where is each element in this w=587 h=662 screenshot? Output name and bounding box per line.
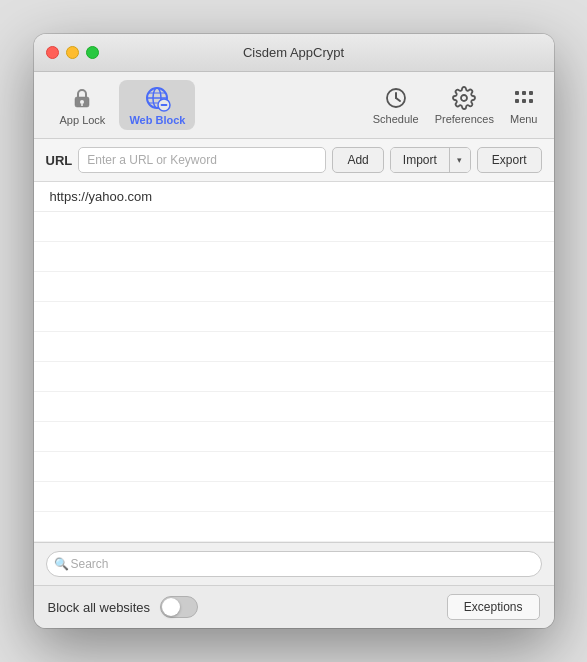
svg-line-12 xyxy=(396,98,400,101)
url-input[interactable] xyxy=(78,147,326,173)
window-title: Cisdem AppCrypt xyxy=(243,45,344,60)
menu-label: Menu xyxy=(510,113,538,125)
chevron-down-icon: ▾ xyxy=(457,155,462,165)
svg-rect-14 xyxy=(522,91,526,95)
search-wrapper: 🔍 xyxy=(46,551,542,577)
svg-rect-17 xyxy=(522,99,526,103)
export-button[interactable]: Export xyxy=(477,147,542,173)
url-label: URL xyxy=(46,153,73,168)
list-item xyxy=(34,362,554,392)
list-item[interactable]: https://yahoo.com xyxy=(34,182,554,212)
list-item xyxy=(34,392,554,422)
url-bar: URL Add Import ▾ Export xyxy=(34,139,554,182)
list-item xyxy=(34,302,554,332)
svg-point-1 xyxy=(80,100,84,104)
toolbar-left: App Lock Web Block xyxy=(50,80,369,130)
svg-rect-16 xyxy=(515,99,519,103)
bottom-bar: 🔍 xyxy=(34,543,554,585)
toggle-knob xyxy=(162,598,180,616)
traffic-lights xyxy=(46,46,99,59)
list-item xyxy=(34,512,554,542)
svg-rect-15 xyxy=(529,91,533,95)
list-item xyxy=(34,332,554,362)
maximize-button[interactable] xyxy=(86,46,99,59)
list-item xyxy=(34,482,554,512)
minimize-button[interactable] xyxy=(66,46,79,59)
app-lock-button[interactable]: App Lock xyxy=(50,80,116,130)
footer: Block all websites Exceptions xyxy=(34,585,554,628)
block-all-toggle[interactable] xyxy=(160,596,198,618)
preferences-icon xyxy=(451,85,477,111)
url-value: https://yahoo.com xyxy=(50,189,153,204)
footer-left: Block all websites xyxy=(48,596,199,618)
list-item xyxy=(34,272,554,302)
app-lock-label: App Lock xyxy=(60,114,106,126)
schedule-icon xyxy=(383,85,409,111)
list-item xyxy=(34,452,554,482)
toolbar: App Lock Web Block xyxy=(34,72,554,139)
menu-icon xyxy=(511,85,537,111)
app-lock-icon xyxy=(68,84,96,112)
web-block-label: Web Block xyxy=(129,114,185,126)
list-item xyxy=(34,242,554,272)
import-button[interactable]: Import xyxy=(391,148,450,172)
web-block-button[interactable]: Web Block xyxy=(119,80,195,130)
toolbar-right: Schedule Preferences xyxy=(373,85,538,125)
menu-button[interactable]: Menu xyxy=(510,85,538,125)
search-input[interactable] xyxy=(46,551,542,577)
main-window: Cisdem AppCrypt App Lock xyxy=(34,34,554,628)
title-bar: Cisdem AppCrypt xyxy=(34,34,554,72)
schedule-button[interactable]: Schedule xyxy=(373,85,419,125)
close-button[interactable] xyxy=(46,46,59,59)
schedule-label: Schedule xyxy=(373,113,419,125)
exceptions-button[interactable]: Exceptions xyxy=(447,594,540,620)
import-group: Import ▾ xyxy=(390,147,471,173)
preferences-label: Preferences xyxy=(435,113,494,125)
list-item xyxy=(34,212,554,242)
block-all-label: Block all websites xyxy=(48,600,151,615)
svg-rect-13 xyxy=(515,91,519,95)
url-list: https://yahoo.com xyxy=(34,182,554,543)
preferences-button[interactable]: Preferences xyxy=(435,85,494,125)
add-button[interactable]: Add xyxy=(332,147,383,173)
svg-rect-18 xyxy=(529,99,533,103)
web-block-icon xyxy=(143,84,171,112)
import-chevron-button[interactable]: ▾ xyxy=(450,148,470,172)
list-item xyxy=(34,422,554,452)
